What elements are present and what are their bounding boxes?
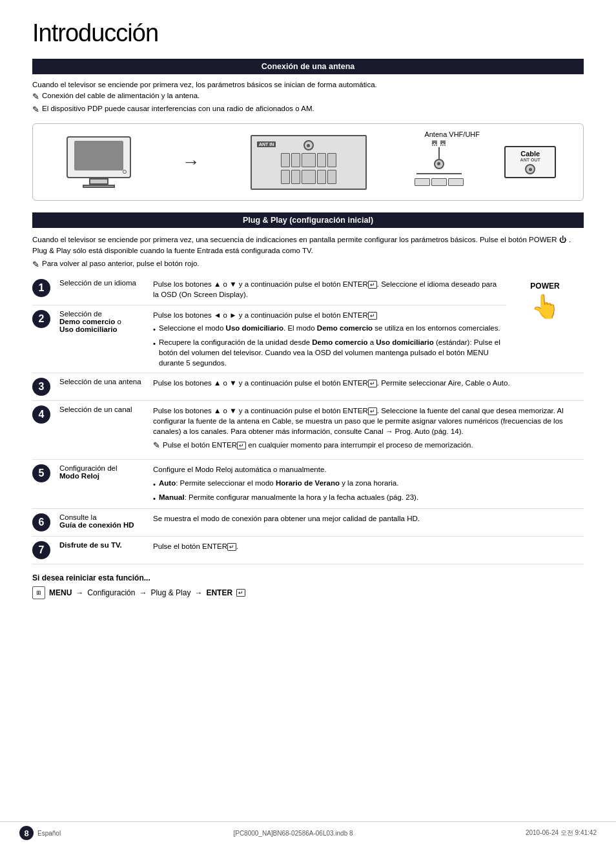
page-number: 8 xyxy=(19,826,34,840)
port-10 xyxy=(327,170,336,184)
footer-date: 2010-06-24 오전 9:41:42 xyxy=(526,828,597,838)
step-title-cell-3: Selección de una antena xyxy=(57,373,150,401)
tv-base xyxy=(83,185,115,188)
note-icon-2: ✎ xyxy=(32,105,39,114)
footer-lang: Español xyxy=(37,830,61,837)
cable-wire-area: 𝌋𝌋 xyxy=(415,139,464,186)
back-panel-diagram: ANT IN xyxy=(244,135,373,190)
bullet-5-1: • Auto: Permite seleccionar el modo Hora… xyxy=(153,478,581,489)
plug-text: Plug & Play xyxy=(150,588,190,597)
bullet-5-2: • Manual: Permite configurar manualmente… xyxy=(153,492,581,504)
port-6 xyxy=(281,170,290,184)
antenna-vhf-label: Antena VHF/UHF xyxy=(424,130,480,138)
cable-box: Cable ANT OUT xyxy=(504,146,556,178)
plug-note: ✎ Para volver al paso anterior, pulse el… xyxy=(32,260,584,269)
port-4 xyxy=(317,153,326,167)
step-title-cell-2: Selección de Demo comercio o Uso domicil… xyxy=(57,305,150,373)
panel-row-2 xyxy=(281,153,336,167)
power-area: POWER 👆 xyxy=(506,279,584,320)
port-5 xyxy=(327,153,336,167)
port-3 xyxy=(302,153,316,167)
step-row-5: 5 Configuración del Modo Reloj Configure… xyxy=(32,460,584,508)
note-icon-1: ✎ xyxy=(32,92,39,101)
step-desc-cell-4: Pulse los botones ▲ o ▼ y a continuación… xyxy=(150,401,584,460)
enter-icon-menu: ↵ xyxy=(236,589,245,597)
step-title-cell-6: Consulte la Guía de conexión HD xyxy=(57,508,150,536)
port-1 xyxy=(281,153,290,167)
section-plug-play: Plug & Play (configuración inicial) Cuan… xyxy=(32,212,584,599)
arrow3: → xyxy=(194,588,202,597)
note-cable: ✎ Conexión del cable de alimentación y l… xyxy=(32,92,584,101)
step-num-cell-7: 7 xyxy=(32,536,57,564)
power-label: POWER xyxy=(530,282,559,291)
step-desc-cell-3: Pulse los botones ▲ o ▼ y a continuación… xyxy=(150,373,584,401)
step-desc-cell-1: Pulse los botones ▲ o ▼ y a continuación… xyxy=(150,274,506,305)
step-row-3: 3 Selección de una antena Pulse los boto… xyxy=(32,373,584,401)
step-desc-cell-5: Configure el Modo Reloj automática o man… xyxy=(150,460,584,508)
config-text: Configuración xyxy=(87,588,135,597)
footer-file: [PC8000_NA]BN68-02586A-06L03.indb 8 xyxy=(233,830,353,837)
tv-body xyxy=(67,136,131,178)
antenna-diagram: Antena VHF/UHF → ANT IN xyxy=(32,123,584,201)
menu-line: ⊞ MENU → Configuración → Plug & Play → E… xyxy=(32,586,584,599)
step-num-1: 1 xyxy=(32,279,50,297)
steps-table: 1 Selección de un idioma Pulse los boton… xyxy=(32,274,584,564)
step-title-cell-4: Selección de un canal xyxy=(57,401,150,460)
arrow-right-icon: → xyxy=(181,152,200,172)
vhf-base xyxy=(438,147,440,159)
menu-icon-box: ⊞ xyxy=(32,586,45,599)
coax-connector-1 xyxy=(303,140,314,150)
coax-seg-2 xyxy=(431,178,447,186)
section-antenna: Conexión de una antena Cuando el televis… xyxy=(32,59,584,201)
menu-text: MENU xyxy=(49,588,72,597)
enter-icon-3: ↵ xyxy=(368,380,377,387)
tv-dot xyxy=(123,170,127,174)
page-footer: 8 Español [PC8000_NA]BN68-02586A-06L03.i… xyxy=(0,821,616,840)
step-num-6: 6 xyxy=(32,513,50,531)
step-row-7: 7 Disfrute de su TV. Pulse el botón ENTE… xyxy=(32,536,584,564)
coax-seg-3 xyxy=(448,178,464,186)
bullet-2-1: • Seleccione el modo Uso domiciliario. E… xyxy=(153,323,504,334)
step-4-note: ✎ Pulse el botón ENTER↵ en cualquier mom… xyxy=(153,440,581,451)
step-num-cell-5: 5 xyxy=(32,460,57,508)
enter-icon-1: ↵ xyxy=(368,281,377,289)
vhf-arms: 𝌋𝌋 xyxy=(431,139,447,147)
step-desc-cell-6: Se muestra el modo de conexión para obte… xyxy=(150,508,584,536)
cable-coax-connector xyxy=(525,164,535,174)
reiniciar-section: Si desea reiniciar esta función... ⊞ MEN… xyxy=(32,573,584,599)
step-num-5: 5 xyxy=(32,464,50,482)
power-hand-icon: 👆 xyxy=(531,293,560,320)
vhf-antenna-symbol: 𝌋𝌋 xyxy=(431,139,447,169)
step-num-cell-2: 2 xyxy=(32,305,57,373)
port-7 xyxy=(291,170,300,184)
plug-intro: Cuando el televisor se enciende por prim… xyxy=(32,234,584,256)
tv-stand xyxy=(89,178,108,185)
ant-in-label: ANT IN xyxy=(257,141,276,147)
step-num-2: 2 xyxy=(32,310,50,328)
step-num-cell-4: 4 xyxy=(32,401,57,460)
step-num-cell-6: 6 xyxy=(32,508,57,536)
enter-icon-4: ↵ xyxy=(368,407,377,415)
step-num-7: 7 xyxy=(32,541,50,559)
step-row-1: 1 Selección de un idioma Pulse los boton… xyxy=(32,274,584,305)
page-num-area: 8 Español xyxy=(19,826,61,840)
page-title: Introducción xyxy=(32,19,584,47)
section-antenna-intro: Cuando el televisor se enciende por prim… xyxy=(32,81,584,88)
step-row-4: 4 Selección de un canal Pulse los botone… xyxy=(32,401,584,460)
cable-connector-row xyxy=(512,164,548,174)
cable-wire-line xyxy=(416,173,462,174)
port-9 xyxy=(317,170,326,184)
power-sym: ⏻ xyxy=(559,236,567,243)
menu-icon: ⊞ xyxy=(36,590,41,596)
step-title-cell-1: Selección de un idioma xyxy=(57,274,150,305)
vhf-coax xyxy=(434,159,444,169)
note-pdp: ✎ El dispositivo PDP puede causar interf… xyxy=(32,105,584,114)
arrow2: → xyxy=(139,588,147,597)
back-panel-box: ANT IN xyxy=(251,135,367,190)
reiniciar-title: Si desea reiniciar esta función... xyxy=(32,573,584,582)
tv-illustration xyxy=(60,136,138,188)
step-num-4: 4 xyxy=(32,406,50,424)
ant-out-label: ANT OUT xyxy=(512,158,548,162)
coax-seg-1 xyxy=(415,178,430,186)
step-desc-cell-7: Pulse el botón ENTER↵. xyxy=(150,536,584,564)
